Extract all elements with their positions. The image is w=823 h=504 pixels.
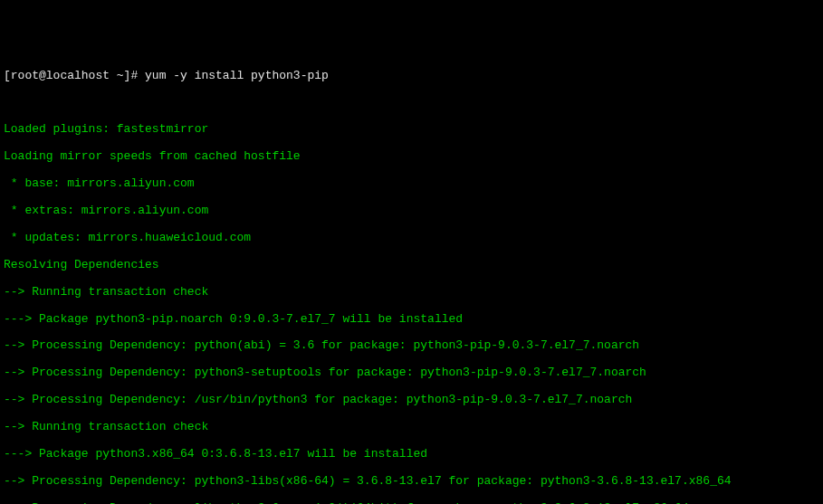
output-line: --> Running transaction check	[4, 421, 819, 434]
output-line: Resolving Dependencies	[4, 259, 819, 272]
output-line: * extras: mirrors.aliyun.com	[4, 204, 819, 218]
output-line: --> Processing Dependency: python(abi) =…	[4, 339, 819, 353]
output-line: --> Running transaction check	[4, 286, 819, 300]
output-line: Loading mirror speeds from cached hostfi…	[4, 150, 819, 164]
output-line: ---> Package python3.x86_64 0:3.6.8-13.e…	[4, 448, 819, 461]
output-line: --> Processing Dependency: python3-libs(…	[4, 475, 819, 489]
output-line: ---> Package python3-pip.noarch 0:9.0.3-…	[4, 313, 819, 327]
output-line: * updates: mirrors.huaweicloud.com	[4, 232, 819, 245]
output-line: * base: mirrors.aliyun.com	[4, 177, 819, 191]
output-line: --> Processing Dependency: python3-setup…	[4, 366, 819, 380]
output-line: Loaded plugins: fastestmirror	[4, 123, 819, 137]
prompt-prefix: [root@localhost ~]#	[4, 69, 138, 82]
prompt-line: [root@localhost ~]# yum -y install pytho…	[4, 70, 819, 83]
prompt-command: yum -y install python3-pip	[138, 69, 329, 82]
output-line: --> Processing Dependency: /usr/bin/pyth…	[4, 394, 819, 407]
